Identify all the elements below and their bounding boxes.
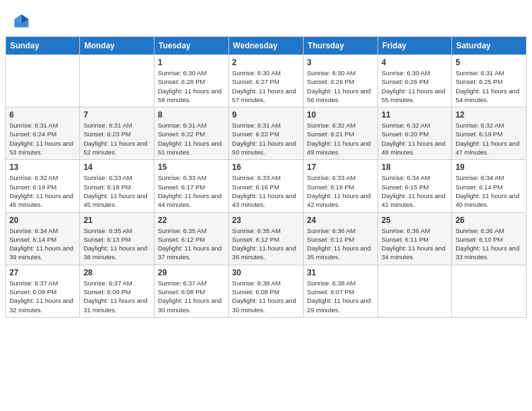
calendar-header: SundayMondayTuesdayWednesdayThursdayFrid… — [6, 37, 527, 55]
calendar-day-cell: 1Sunrise: 6:30 AMSunset: 6:28 PMDaylight… — [154, 55, 228, 107]
calendar-week-row: 20Sunrise: 6:34 AMSunset: 6:14 PMDayligh… — [6, 212, 527, 265]
calendar-day-cell: 9Sunrise: 6:31 AMSunset: 6:22 PMDaylight… — [228, 107, 303, 160]
logo-icon — [12, 12, 31, 31]
day-info: Sunrise: 6:31 AMSunset: 6:24 PMDaylight:… — [9, 121, 76, 156]
day-number: 6 — [9, 110, 76, 120]
day-info: Sunrise: 6:32 AMSunset: 6:19 PMDaylight:… — [9, 173, 76, 209]
day-number: 1 — [158, 58, 225, 67]
day-of-week-header: Saturday — [452, 37, 527, 55]
calendar-wrapper: SundayMondayTuesdayWednesdayThursdayFrid… — [0, 36, 532, 323]
calendar-day-cell: 17Sunrise: 6:33 AMSunset: 6:16 PMDayligh… — [304, 160, 378, 212]
day-number: 28 — [83, 268, 150, 277]
day-number: 7 — [83, 110, 150, 120]
day-info: Sunrise: 6:31 AMSunset: 6:22 PMDaylight:… — [232, 121, 300, 156]
day-info: Sunrise: 6:33 AMSunset: 6:16 PMDaylight:… — [232, 173, 300, 209]
day-number: 3 — [307, 58, 374, 67]
calendar-day-cell — [6, 55, 80, 107]
calendar-week-row: 1Sunrise: 6:30 AMSunset: 6:28 PMDaylight… — [6, 55, 527, 107]
calendar-day-cell: 16Sunrise: 6:33 AMSunset: 6:16 PMDayligh… — [228, 160, 303, 212]
day-number: 2 — [232, 58, 300, 67]
calendar-day-cell: 14Sunrise: 6:33 AMSunset: 6:18 PMDayligh… — [80, 160, 154, 212]
day-number: 31 — [307, 268, 374, 277]
day-number: 24 — [307, 216, 374, 225]
calendar-day-cell: 26Sunrise: 6:36 AMSunset: 6:10 PMDayligh… — [452, 212, 527, 265]
day-info: Sunrise: 6:35 AMSunset: 6:12 PMDaylight:… — [158, 226, 225, 262]
day-number: 17 — [307, 163, 374, 172]
day-info: Sunrise: 6:31 AMSunset: 6:23 PMDaylight:… — [83, 121, 150, 156]
day-info: Sunrise: 6:37 AMSunset: 6:09 PMDaylight:… — [9, 279, 76, 314]
calendar-day-cell: 29Sunrise: 6:37 AMSunset: 6:08 PMDayligh… — [154, 265, 228, 317]
day-info: Sunrise: 6:36 AMSunset: 6:10 PMDaylight:… — [455, 226, 523, 262]
day-number: 9 — [232, 110, 300, 120]
calendar-table: SundayMondayTuesdayWednesdayThursdayFrid… — [5, 36, 527, 318]
calendar-day-cell: 11Sunrise: 6:32 AMSunset: 6:20 PMDayligh… — [378, 107, 452, 160]
day-number: 4 — [382, 58, 448, 67]
day-info: Sunrise: 6:35 AMSunset: 6:12 PMDaylight:… — [232, 226, 300, 262]
calendar-day-cell: 19Sunrise: 6:34 AMSunset: 6:14 PMDayligh… — [452, 160, 527, 212]
day-info: Sunrise: 6:32 AMSunset: 6:21 PMDaylight:… — [307, 121, 374, 156]
day-of-week-header: Tuesday — [154, 37, 228, 55]
day-info: Sunrise: 6:30 AMSunset: 6:28 PMDaylight:… — [158, 68, 225, 104]
header-row: SundayMondayTuesdayWednesdayThursdayFrid… — [6, 37, 527, 55]
day-number: 16 — [232, 163, 300, 172]
calendar-day-cell: 31Sunrise: 6:38 AMSunset: 6:07 PMDayligh… — [304, 265, 378, 317]
calendar-day-cell: 5Sunrise: 6:31 AMSunset: 6:25 PMDaylight… — [452, 55, 527, 107]
day-number: 29 — [158, 268, 225, 277]
calendar-day-cell — [378, 265, 452, 317]
calendar-day-cell: 28Sunrise: 6:37 AMSunset: 6:09 PMDayligh… — [80, 265, 154, 317]
day-info: Sunrise: 6:32 AMSunset: 6:19 PMDaylight:… — [455, 121, 523, 156]
calendar-day-cell: 12Sunrise: 6:32 AMSunset: 6:19 PMDayligh… — [452, 107, 527, 160]
day-of-week-header: Monday — [80, 37, 154, 55]
day-number: 13 — [9, 163, 76, 172]
day-info: Sunrise: 6:31 AMSunset: 6:25 PMDaylight:… — [455, 68, 523, 104]
calendar-day-cell: 4Sunrise: 6:30 AMSunset: 6:26 PMDaylight… — [378, 55, 452, 107]
calendar-day-cell: 27Sunrise: 6:37 AMSunset: 6:09 PMDayligh… — [6, 265, 80, 317]
day-info: Sunrise: 6:36 AMSunset: 6:11 PMDaylight:… — [307, 226, 374, 262]
day-info: Sunrise: 6:37 AMSunset: 6:09 PMDaylight:… — [83, 279, 150, 314]
header — [0, 0, 532, 36]
day-info: Sunrise: 6:38 AMSunset: 6:07 PMDaylight:… — [307, 279, 374, 314]
calendar-body: 1Sunrise: 6:30 AMSunset: 6:28 PMDaylight… — [6, 55, 527, 318]
calendar-day-cell: 10Sunrise: 6:32 AMSunset: 6:21 PMDayligh… — [304, 107, 378, 160]
day-info: Sunrise: 6:37 AMSunset: 6:08 PMDaylight:… — [158, 279, 225, 314]
calendar-day-cell — [452, 265, 527, 317]
day-number: 19 — [455, 163, 523, 172]
day-info: Sunrise: 6:30 AMSunset: 6:26 PMDaylight:… — [382, 68, 448, 104]
day-number: 14 — [83, 163, 150, 172]
calendar-day-cell: 22Sunrise: 6:35 AMSunset: 6:12 PMDayligh… — [154, 212, 228, 265]
calendar-week-row: 6Sunrise: 6:31 AMSunset: 6:24 PMDaylight… — [6, 107, 527, 160]
calendar-day-cell: 7Sunrise: 6:31 AMSunset: 6:23 PMDaylight… — [80, 107, 154, 160]
day-info: Sunrise: 6:34 AMSunset: 6:15 PMDaylight:… — [382, 173, 448, 209]
calendar-day-cell: 6Sunrise: 6:31 AMSunset: 6:24 PMDaylight… — [6, 107, 80, 160]
day-info: Sunrise: 6:34 AMSunset: 6:14 PMDaylight:… — [9, 226, 76, 262]
calendar-day-cell: 30Sunrise: 6:38 AMSunset: 6:08 PMDayligh… — [228, 265, 303, 317]
day-number: 12 — [455, 110, 523, 120]
day-of-week-header: Wednesday — [228, 37, 303, 55]
day-number: 22 — [158, 216, 225, 225]
day-number: 5 — [455, 58, 523, 67]
day-of-week-header: Thursday — [304, 37, 378, 55]
calendar-day-cell: 8Sunrise: 6:31 AMSunset: 6:22 PMDaylight… — [154, 107, 228, 160]
day-info: Sunrise: 6:30 AMSunset: 6:26 PMDaylight:… — [307, 68, 374, 104]
day-info: Sunrise: 6:30 AMSunset: 6:27 PMDaylight:… — [232, 68, 300, 104]
day-number: 11 — [382, 110, 448, 120]
calendar-week-row: 13Sunrise: 6:32 AMSunset: 6:19 PMDayligh… — [6, 160, 527, 212]
day-number: 21 — [83, 216, 150, 225]
day-info: Sunrise: 6:33 AMSunset: 6:17 PMDaylight:… — [158, 173, 225, 209]
calendar-day-cell: 3Sunrise: 6:30 AMSunset: 6:26 PMDaylight… — [304, 55, 378, 107]
day-info: Sunrise: 6:33 AMSunset: 6:16 PMDaylight:… — [307, 173, 374, 209]
calendar-day-cell: 20Sunrise: 6:34 AMSunset: 6:14 PMDayligh… — [6, 212, 80, 265]
day-info: Sunrise: 6:32 AMSunset: 6:20 PMDaylight:… — [382, 121, 448, 156]
calendar-day-cell: 2Sunrise: 6:30 AMSunset: 6:27 PMDaylight… — [228, 55, 303, 107]
day-number: 8 — [158, 110, 225, 120]
day-number: 20 — [9, 216, 76, 225]
calendar-day-cell: 15Sunrise: 6:33 AMSunset: 6:17 PMDayligh… — [154, 160, 228, 212]
calendar-day-cell: 23Sunrise: 6:35 AMSunset: 6:12 PMDayligh… — [228, 212, 303, 265]
page: SundayMondayTuesdayWednesdayThursdayFrid… — [0, 0, 532, 411]
day-info: Sunrise: 6:33 AMSunset: 6:18 PMDaylight:… — [83, 173, 150, 209]
calendar-day-cell — [80, 55, 154, 107]
calendar-day-cell: 25Sunrise: 6:36 AMSunset: 6:11 PMDayligh… — [378, 212, 452, 265]
day-info: Sunrise: 6:31 AMSunset: 6:22 PMDaylight:… — [158, 121, 225, 156]
day-of-week-header: Friday — [378, 37, 452, 55]
day-info: Sunrise: 6:36 AMSunset: 6:11 PMDaylight:… — [382, 226, 448, 262]
